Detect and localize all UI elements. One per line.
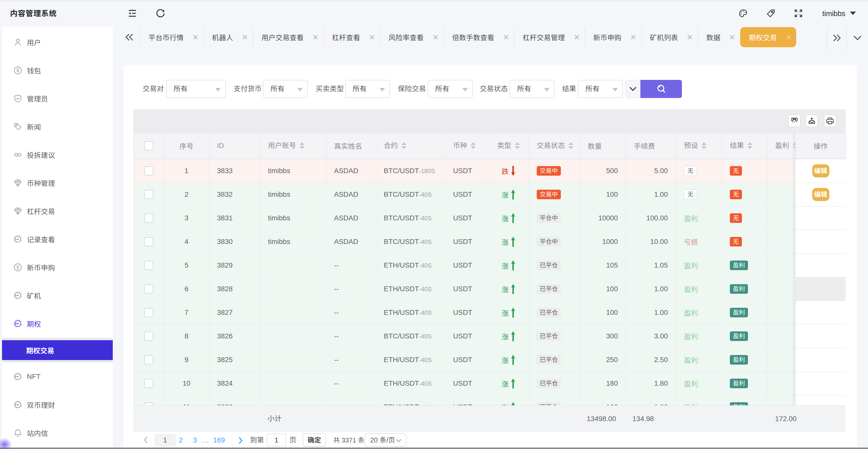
svg-text:$: $ (16, 68, 19, 73)
svg-text:$: $ (16, 265, 19, 270)
